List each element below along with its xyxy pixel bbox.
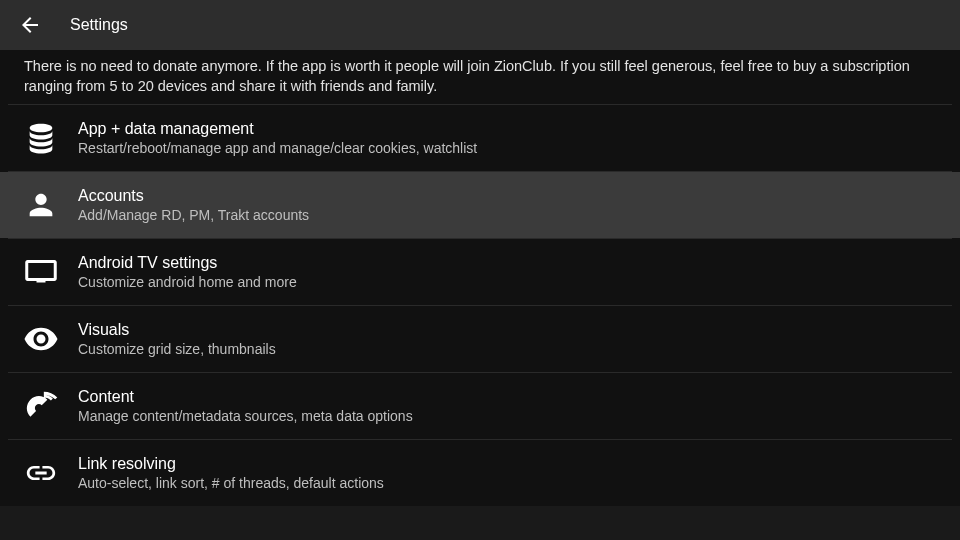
- item-subtitle: Add/Manage RD, PM, Trakt accounts: [78, 207, 309, 223]
- page-title: Settings: [70, 16, 128, 34]
- settings-item-accounts[interactable]: Accounts Add/Manage RD, PM, Trakt accoun…: [0, 172, 960, 238]
- satellite-icon: [22, 387, 60, 425]
- settings-item-android-tv[interactable]: Android TV settings Customize android ho…: [0, 239, 960, 305]
- item-title: Visuals: [78, 321, 276, 339]
- item-text: Visuals Customize grid size, thumbnails: [78, 321, 276, 357]
- item-title: Link resolving: [78, 455, 384, 473]
- item-text: Content Manage content/metadata sources,…: [78, 388, 413, 424]
- back-icon[interactable]: [18, 13, 42, 37]
- item-title: Accounts: [78, 187, 309, 205]
- item-text: Android TV settings Customize android ho…: [78, 254, 297, 290]
- database-icon: [22, 119, 60, 157]
- settings-item-link-resolving[interactable]: Link resolving Auto-select, link sort, #…: [0, 440, 960, 506]
- item-title: Content: [78, 388, 413, 406]
- settings-item-visuals[interactable]: Visuals Customize grid size, thumbnails: [0, 306, 960, 372]
- item-subtitle: Manage content/metadata sources, meta da…: [78, 408, 413, 424]
- tv-icon: [22, 253, 60, 291]
- settings-content: There is no need to donate anymore. If t…: [0, 50, 960, 506]
- settings-item-content[interactable]: Content Manage content/metadata sources,…: [0, 373, 960, 439]
- header: Settings: [0, 0, 960, 50]
- item-text: Accounts Add/Manage RD, PM, Trakt accoun…: [78, 187, 309, 223]
- item-subtitle: Auto-select, link sort, # of threads, de…: [78, 475, 384, 491]
- link-icon: [22, 454, 60, 492]
- item-title: Android TV settings: [78, 254, 297, 272]
- intro-text: There is no need to donate anymore. If t…: [0, 50, 960, 104]
- settings-item-app-data[interactable]: App + data management Restart/reboot/man…: [0, 105, 960, 171]
- item-title: App + data management: [78, 120, 477, 138]
- item-subtitle: Customize grid size, thumbnails: [78, 341, 276, 357]
- person-icon: [22, 186, 60, 224]
- item-subtitle: Customize android home and more: [78, 274, 297, 290]
- eye-icon: [22, 320, 60, 358]
- item-text: Link resolving Auto-select, link sort, #…: [78, 455, 384, 491]
- item-text: App + data management Restart/reboot/man…: [78, 120, 477, 156]
- item-subtitle: Restart/reboot/manage app and manage/cle…: [78, 140, 477, 156]
